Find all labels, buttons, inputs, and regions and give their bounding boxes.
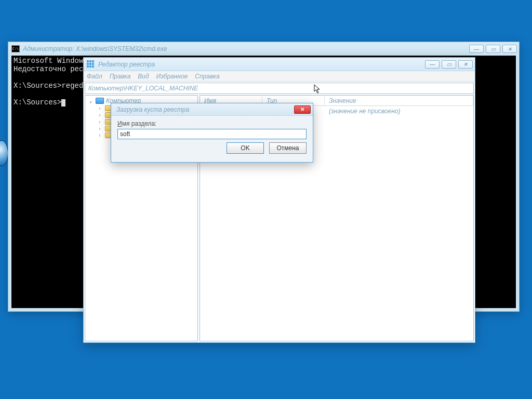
dialog-title-text: Загрузка куста реестра	[116, 106, 189, 113]
computer-icon	[96, 98, 104, 104]
menu-favorites[interactable]: Избранное	[156, 73, 188, 80]
start-orb[interactable]	[0, 140, 8, 166]
chevron-right-icon[interactable]: ›	[97, 132, 103, 138]
address-text: Компьютер\HKEY_LOCAL_MACHINE	[88, 85, 198, 92]
regedit-addressbar[interactable]: Компьютер\HKEY_LOCAL_MACHINE	[85, 83, 474, 94]
cmd-icon: C:\	[11, 45, 20, 52]
cmd-line: Недостаточно ресу	[14, 65, 88, 73]
cmd-title-text: Администратор: X:\windows\SYSTEM32\cmd.e…	[23, 45, 167, 52]
chevron-right-icon[interactable]: ›	[97, 105, 103, 111]
cmd-line: Microsoft Windows	[14, 57, 88, 65]
chevron-right-icon[interactable]: ›	[97, 126, 103, 131]
regedit-title-text: Редактор реестра	[98, 61, 155, 68]
menu-edit[interactable]: Правка	[110, 73, 131, 80]
regedit-titlebar[interactable]: Редактор реестра — ▭ ✕	[84, 58, 475, 71]
regedit-maximize-button[interactable]: ▭	[442, 60, 456, 69]
load-hive-dialog: Загрузка куста реестра ✕ Имя раздела: OK…	[111, 103, 313, 163]
cmd-titlebar[interactable]: C:\ Администратор: X:\windows\SYSTEM32\c…	[8, 42, 519, 56]
menu-file[interactable]: Файл	[87, 73, 102, 80]
cmd-close-button[interactable]: ✕	[502, 45, 517, 53]
dialog-titlebar[interactable]: Загрузка куста реестра ✕	[111, 103, 313, 116]
cancel-button[interactable]: Отмена	[269, 142, 307, 154]
menu-view[interactable]: Вид	[138, 73, 149, 80]
col-value[interactable]: Значение	[325, 96, 473, 105]
dialog-label: Имя раздела:	[117, 120, 307, 127]
cmd-line: X:\Sources>	[14, 98, 61, 107]
cmd-caret	[61, 99, 65, 107]
cmd-minimize-button[interactable]: —	[469, 45, 484, 53]
section-name-input[interactable]	[117, 129, 307, 139]
cmd-maximize-button[interactable]: ▭	[486, 45, 500, 53]
regedit-close-button[interactable]: ✕	[458, 60, 473, 69]
regedit-window: Редактор реестра — ▭ ✕ Файл Правка Вид И…	[83, 57, 475, 343]
dialog-close-button[interactable]: ✕	[294, 105, 311, 114]
chevron-right-icon[interactable]: ›	[97, 119, 103, 125]
chevron-right-icon[interactable]: ›	[97, 112, 103, 118]
ok-button[interactable]: OK	[227, 142, 264, 154]
regedit-minimize-button[interactable]: —	[425, 60, 440, 69]
regedit-menubar: Файл Правка Вид Избранное Справка	[84, 71, 475, 82]
cmd-line: X:\Sources>regedi	[14, 82, 88, 90]
regedit-icon	[87, 60, 95, 69]
chevron-down-icon[interactable]: ⌄	[87, 98, 94, 104]
menu-help[interactable]: Справка	[195, 73, 219, 80]
list-row-value[interactable]: (значение не присвоено)	[325, 106, 473, 116]
